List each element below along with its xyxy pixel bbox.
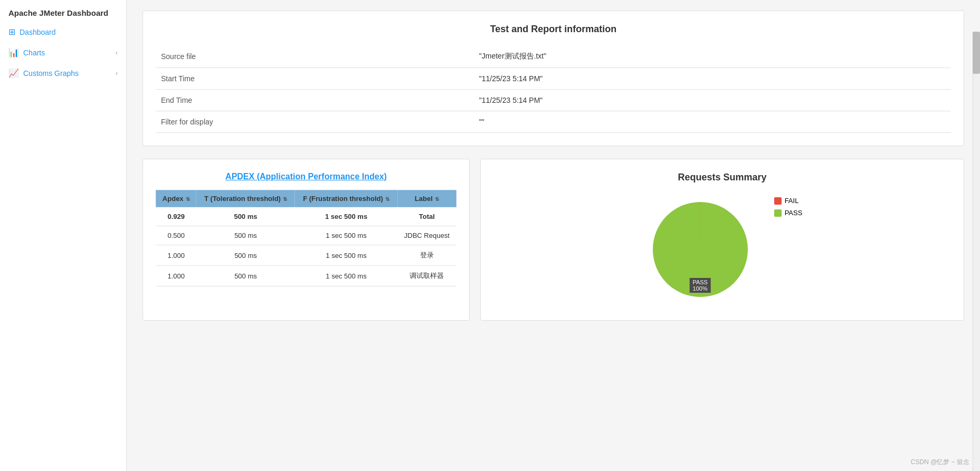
sidebar-item-customs-graphs[interactable]: 📈 Customs Graphs ‹ xyxy=(0,63,126,83)
apdex-title: APDEX (Application Performance Index) xyxy=(156,172,456,181)
info-table-row: End Time "11/25/23 5:14 PM" xyxy=(156,90,951,111)
apdex-value: 1.000 xyxy=(156,245,196,266)
info-row-label: Source file xyxy=(156,45,474,68)
main-content: Test and Report information Source file … xyxy=(127,0,980,471)
sort-icon[interactable]: ⇅ xyxy=(186,196,190,202)
apdex-col-header: F (Frustration threshold)⇅ xyxy=(295,190,397,207)
apdex-value: 0.929 xyxy=(156,207,196,226)
apdex-t-value: 500 ms xyxy=(196,226,295,245)
charts-icon: 📊 xyxy=(8,47,19,57)
apdex-table: Apdex⇅T (Toleration threshold)⇅F (Frustr… xyxy=(156,190,456,286)
sidebar-item-dashboard[interactable]: ⊞ Dashboard xyxy=(0,22,126,42)
bottom-row: APDEX (Application Performance Index) Ap… xyxy=(142,159,964,321)
pie-label-line2: 100% xyxy=(692,285,708,292)
legend-pass: PASS xyxy=(774,209,803,217)
apdex-table-row: 0.500 500 ms 1 sec 500 ms JDBC Request xyxy=(156,226,456,245)
apdex-f-value: 1 sec 500 ms xyxy=(295,207,397,226)
apdex-col-header: Label⇅ xyxy=(397,190,456,207)
sidebar-dashboard-label: Dashboard xyxy=(20,28,56,36)
apdex-value: 0.500 xyxy=(156,226,196,245)
scroll-thumb[interactable] xyxy=(973,32,980,74)
apdex-t-value: 500 ms xyxy=(196,266,295,286)
report-info-title: Test and Report information xyxy=(156,24,951,35)
legend-fail: FAIL xyxy=(774,197,803,205)
scrollbar[interactable] xyxy=(973,32,980,471)
sidebar-charts-label: Charts xyxy=(23,49,45,57)
info-row-value: "" xyxy=(474,111,951,133)
pie-label-line1: PASS xyxy=(692,279,708,285)
fail-label: FAIL xyxy=(785,197,799,205)
pass-label: PASS xyxy=(785,209,803,217)
info-row-label: Filter for display xyxy=(156,111,474,133)
chevron-charts-icon: ‹ xyxy=(116,49,118,56)
apdex-table-row: 0.929 500 ms 1 sec 500 ms Total xyxy=(156,207,456,226)
apdex-label: Total xyxy=(397,207,456,226)
info-row-label: Start Time xyxy=(156,68,474,90)
apdex-label: 登录 xyxy=(397,245,456,266)
sidebar-customs-graphs-label: Customs Graphs xyxy=(23,69,79,78)
app-title: Apache JMeter Dashboard xyxy=(0,0,126,22)
apdex-f-value: 1 sec 500 ms xyxy=(295,266,397,286)
info-table-row: Filter for display "" xyxy=(156,111,951,133)
apdex-col-header: Apdex⇅ xyxy=(156,190,196,207)
pie-pass-label: PASS 100% xyxy=(689,278,711,293)
pass-color-box xyxy=(774,209,782,217)
report-info-card: Test and Report information Source file … xyxy=(142,11,964,146)
apdex-t-value: 500 ms xyxy=(196,245,295,266)
requests-summary-card: Requests Summary PASS 100% xyxy=(480,159,964,321)
pie-container: PASS 100% FAIL PASS xyxy=(493,191,951,307)
watermark: CSDN @忆梦 ~ 留念 xyxy=(911,458,969,467)
apdex-table-row: 1.000 500 ms 1 sec 500 ms 登录 xyxy=(156,245,456,266)
sort-icon[interactable]: ⇅ xyxy=(385,196,389,202)
dashboard-icon: ⊞ xyxy=(8,27,15,37)
pie-legend: FAIL PASS xyxy=(774,197,803,217)
info-table-row: Source file "Jmeter测试报告.txt" xyxy=(156,45,951,68)
sidebar: Apache JMeter Dashboard ⊞ Dashboard 📊 Ch… xyxy=(0,0,127,471)
apdex-table-row: 1.000 500 ms 1 sec 500 ms 调试取样器 xyxy=(156,266,456,286)
apdex-t-value: 500 ms xyxy=(196,207,295,226)
info-row-value: "Jmeter测试报告.txt" xyxy=(474,45,951,68)
chevron-customs-icon: ‹ xyxy=(116,70,118,77)
sort-icon[interactable]: ⇅ xyxy=(283,196,287,202)
apdex-label: JDBC Request xyxy=(397,226,456,245)
apdex-f-value: 1 sec 500 ms xyxy=(295,226,397,245)
sidebar-item-charts[interactable]: 📊 Charts ‹ xyxy=(0,42,126,63)
apdex-f-value: 1 sec 500 ms xyxy=(295,245,397,266)
customs-graphs-icon: 📈 xyxy=(8,68,19,78)
apdex-col-header: T (Toleration threshold)⇅ xyxy=(196,190,295,207)
fail-color-box xyxy=(774,197,782,205)
apdex-card: APDEX (Application Performance Index) Ap… xyxy=(142,159,470,321)
pie-chart: PASS 100% xyxy=(642,191,758,307)
info-table-row: Start Time "11/25/23 5:14 PM" xyxy=(156,68,951,90)
info-row-label: End Time xyxy=(156,90,474,111)
requests-summary-title: Requests Summary xyxy=(493,172,951,183)
sort-icon[interactable]: ⇅ xyxy=(435,196,439,202)
apdex-label: 调试取样器 xyxy=(397,266,456,286)
info-row-value: "11/25/23 5:14 PM" xyxy=(474,68,951,90)
info-row-value: "11/25/23 5:14 PM" xyxy=(474,90,951,111)
apdex-value: 1.000 xyxy=(156,266,196,286)
report-info-table: Source file "Jmeter测试报告.txt" Start Time … xyxy=(156,45,951,133)
